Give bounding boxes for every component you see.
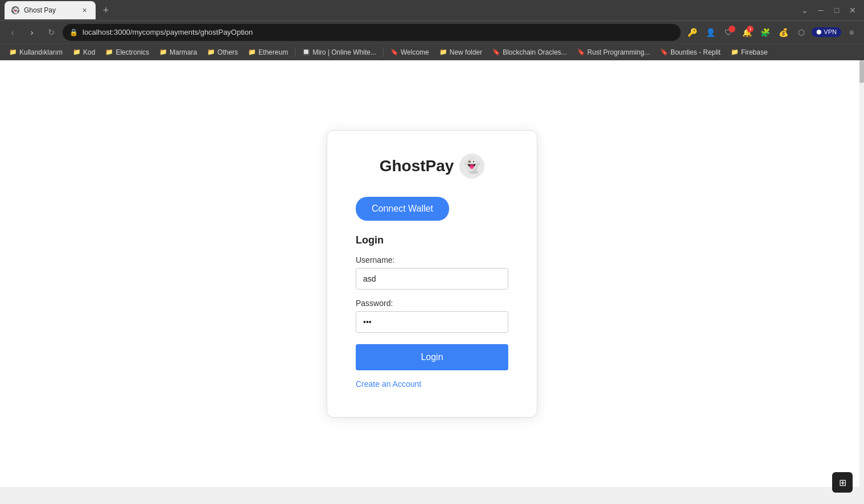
password-group: Password:: [356, 299, 508, 333]
nav-right-controls: 🔑 👤 🛡 🔔 1 🧩 💰 ⬡ ⬢ VPN ≡: [684, 24, 859, 40]
bookmark-separator: [295, 48, 295, 57]
url-text: localhost:3000/mycomps/payments/ghostPay…: [83, 28, 253, 36]
username-input[interactable]: [356, 268, 508, 290]
close-window-button[interactable]: ✕: [846, 3, 859, 17]
tab-bar: 👻 Ghost Pay ✕ + ⌄ ─ □ ✕: [0, 0, 864, 20]
folder-icon: 📁: [159, 48, 167, 56]
bookmark-label: Electronics: [116, 48, 149, 56]
brave-shield-button[interactable]: 🛡: [721, 24, 737, 40]
vpn-button[interactable]: ⬢ VPN: [812, 27, 841, 37]
bookmark-label: Blockchain Oracles...: [503, 48, 567, 56]
notification-button[interactable]: 🔔 1: [739, 24, 755, 40]
link-icon: 🔖: [492, 48, 500, 56]
scrollbar[interactable]: [859, 60, 864, 487]
bookmark-icon: 🔖: [390, 48, 398, 56]
profile-button[interactable]: 👤: [702, 24, 718, 40]
folder-icon: 📁: [105, 48, 113, 56]
password-label: Password:: [356, 299, 508, 308]
bookmark-new-folder[interactable]: 📁 New folder: [435, 47, 487, 57]
bookmarks-bar: 📁 Kullandıklarım 📁 Kod 📁 Electronics 📁 M…: [0, 43, 864, 60]
active-tab[interactable]: 👻 Ghost Pay ✕: [5, 1, 96, 19]
tab-favicon: 👻: [11, 6, 19, 14]
link-icon: 🔖: [660, 48, 668, 56]
folder-icon: 📁: [207, 48, 215, 56]
bookmark-label: Others: [217, 48, 238, 56]
forward-button[interactable]: ›: [24, 24, 40, 40]
scrollbar-thumb[interactable]: [859, 60, 864, 83]
nav-bar: ‹ › ↻ 🔒 localhost:3000/mycomps/payments/…: [0, 20, 864, 43]
new-tab-button[interactable]: +: [98, 2, 114, 18]
bookmark-label: Bounties - Replit: [670, 48, 721, 56]
bookmark-marmara[interactable]: 📁 Marmara: [155, 47, 201, 57]
bookmark-label: Welcome: [401, 48, 429, 56]
bookmark-bounties[interactable]: 🔖 Bounties - Replit: [656, 47, 725, 57]
brand-name: GhostPay: [380, 157, 454, 175]
tab-title: Ghost Pay: [24, 6, 56, 14]
key-icon[interactable]: 🔑: [684, 24, 700, 40]
page-content: GhostPay 👻 Connect Wallet Login Username…: [0, 60, 864, 487]
reload-button[interactable]: ↻: [43, 24, 59, 40]
brand-header: GhostPay 👻: [380, 154, 485, 179]
bookmark-kullanidklarim[interactable]: 📁 Kullandıklarım: [5, 47, 67, 57]
maximize-button[interactable]: □: [830, 3, 844, 17]
extensions-button[interactable]: 🧩: [757, 24, 773, 40]
notification-badge: 1: [747, 26, 754, 32]
folder-icon: 📁: [73, 48, 81, 56]
username-label: Username:: [356, 255, 508, 265]
bookmark-electronics[interactable]: 📁 Electronics: [101, 47, 154, 57]
bookmark-label: Kullandıklarım: [19, 48, 63, 56]
tab-close-button[interactable]: ✕: [80, 6, 89, 15]
address-bar[interactable]: 🔒 localhost:3000/mycomps/payments/ghostP…: [63, 24, 681, 41]
link-icon: 🔲: [302, 48, 310, 56]
bookmark-firebase[interactable]: 📁 Firebase: [726, 47, 772, 57]
password-input[interactable]: [356, 311, 508, 333]
sidebar-button[interactable]: ⬡: [793, 24, 809, 40]
bookmark-label: Ethereum: [258, 48, 288, 56]
link-icon: 🔖: [577, 48, 585, 56]
menu-button[interactable]: ≡: [844, 24, 859, 40]
tab-bar-controls: ⌄ ─ □ ✕: [798, 3, 859, 17]
bookmark-miro[interactable]: 🔲 Miro | Online White...: [298, 47, 381, 57]
folder-icon: 📁: [9, 48, 17, 56]
widget-icon: ⊞: [839, 477, 846, 488]
folder-icon: 📁: [248, 48, 256, 56]
bookmark-blockchain[interactable]: 🔖 Blockchain Oracles...: [488, 47, 571, 57]
back-button[interactable]: ‹: [5, 24, 20, 40]
bookmark-label: Miro | Online White...: [312, 48, 376, 56]
minimize-button[interactable]: ─: [814, 3, 828, 17]
bookmark-welcome[interactable]: 🔖 Welcome: [386, 47, 434, 57]
wallet-button[interactable]: 💰: [775, 24, 791, 40]
shield-badge: [729, 26, 735, 32]
login-button[interactable]: Login: [356, 344, 508, 370]
login-card: GhostPay 👻 Connect Wallet Login Username…: [327, 130, 537, 418]
bookmark-separator-2: [383, 48, 384, 57]
bookmark-kod[interactable]: 📁 Kod: [68, 47, 100, 57]
tab-dropdown-button[interactable]: ⌄: [798, 3, 812, 17]
bookmark-label: Firebase: [741, 48, 768, 56]
folder-icon: 📁: [439, 48, 447, 56]
username-group: Username:: [356, 255, 508, 290]
connect-wallet-button[interactable]: Connect Wallet: [356, 197, 449, 221]
bookmark-ethereum[interactable]: 📁 Ethereum: [244, 47, 293, 57]
create-account-link[interactable]: Create an Account: [356, 379, 421, 389]
brand-avatar: 👻: [459, 154, 484, 179]
bookmark-label: Kod: [83, 48, 95, 56]
folder-icon: 📁: [731, 48, 739, 56]
login-title: Login: [356, 234, 384, 246]
bookmark-label: Marmara: [170, 48, 197, 56]
bottom-widget[interactable]: ⊞: [832, 472, 853, 487]
lock-icon: 🔒: [69, 28, 78, 36]
bookmark-label: New folder: [450, 48, 482, 56]
bookmark-others[interactable]: 📁 Others: [203, 47, 242, 57]
bookmark-rust[interactable]: 🔖 Rust Programming...: [573, 47, 655, 57]
bookmark-label: Rust Programming...: [587, 48, 650, 56]
